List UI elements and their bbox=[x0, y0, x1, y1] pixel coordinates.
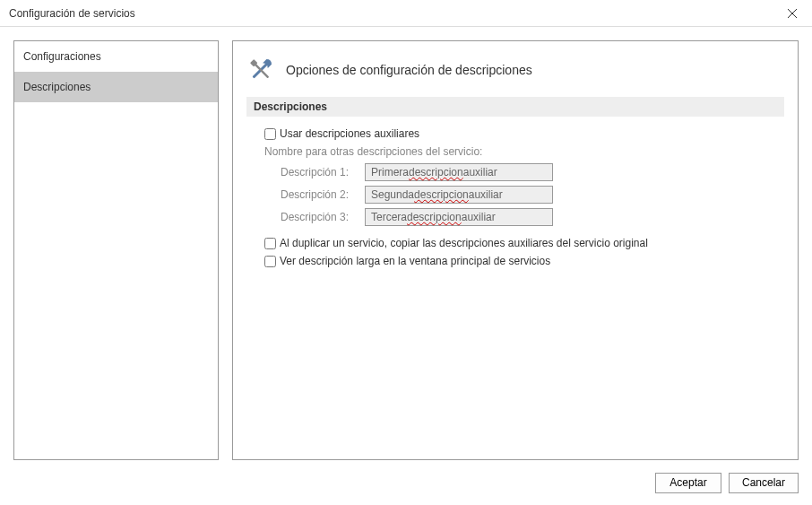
desc-input-2[interactable]: Segunda descripcion auxiliar bbox=[365, 186, 553, 204]
sidebar-item-configuraciones[interactable]: Configuraciones bbox=[14, 41, 218, 72]
sidebar-item-label: Configuraciones bbox=[23, 50, 101, 63]
close-button[interactable] bbox=[772, 0, 812, 27]
section-title: Descripciones bbox=[246, 97, 784, 117]
checkbox-long-desc-input[interactable] bbox=[264, 256, 276, 267]
main-panel: Opciones de configuración de descripcion… bbox=[232, 40, 799, 460]
checkbox-duplicate: Al duplicar un servicio, copiar las desc… bbox=[246, 237, 784, 249]
titlebar: Configuración de servicios bbox=[0, 0, 812, 27]
desc-label-3: Descripción 3: bbox=[281, 211, 358, 223]
close-icon bbox=[788, 9, 797, 18]
content-area: Configuraciones Descripciones Opc bbox=[0, 27, 812, 467]
desc-row-2: Descripción 2: Segunda descripcion auxil… bbox=[281, 186, 784, 204]
desc-label-2: Descripción 2: bbox=[281, 188, 358, 201]
sidebar-item-descripciones[interactable]: Descripciones bbox=[14, 72, 218, 102]
desc-rows: Descripción 1: Primera descripcion auxil… bbox=[281, 163, 784, 226]
desc-input-3[interactable]: Tercera descripcion auxiliar bbox=[365, 208, 553, 226]
checkbox-use-aux-input[interactable] bbox=[264, 128, 276, 140]
sidebar-item-label: Descripciones bbox=[23, 81, 91, 93]
wrench-screwdriver-icon bbox=[246, 56, 275, 84]
desc-label-1: Descripción 1: bbox=[281, 166, 358, 178]
footer: Aceptar Cancelar bbox=[0, 467, 812, 505]
desc-row-1: Descripción 1: Primera descripcion auxil… bbox=[281, 163, 784, 181]
checkbox-use-aux-label[interactable]: Usar descripciones auxiliares bbox=[280, 127, 419, 140]
checkbox-long-desc-label[interactable]: Ver descripción larga en la ventana prin… bbox=[280, 255, 550, 267]
panel-heading: Opciones de configuración de descripcion… bbox=[286, 63, 532, 77]
accept-button[interactable]: Aceptar bbox=[655, 473, 721, 493]
desc-input-1[interactable]: Primera descripcion auxiliar bbox=[365, 163, 553, 181]
window-title: Configuración de servicios bbox=[9, 7, 135, 20]
cancel-button[interactable]: Cancelar bbox=[729, 473, 799, 493]
form-body: Usar descripciones auxiliares Nombre par… bbox=[246, 127, 784, 267]
hint-text: Nombre para otras descripciones del serv… bbox=[264, 145, 784, 158]
sidebar: Configuraciones Descripciones bbox=[13, 40, 219, 460]
checkbox-duplicate-input[interactable] bbox=[264, 238, 276, 249]
desc-row-3: Descripción 3: Tercera descripcion auxil… bbox=[281, 208, 784, 226]
checkbox-duplicate-label[interactable]: Al duplicar un servicio, copiar las desc… bbox=[280, 237, 648, 249]
panel-header: Opciones de configuración de descripcion… bbox=[246, 50, 784, 97]
checkbox-use-aux: Usar descripciones auxiliares bbox=[264, 127, 784, 140]
checkbox-long-desc: Ver descripción larga en la ventana prin… bbox=[246, 255, 784, 267]
